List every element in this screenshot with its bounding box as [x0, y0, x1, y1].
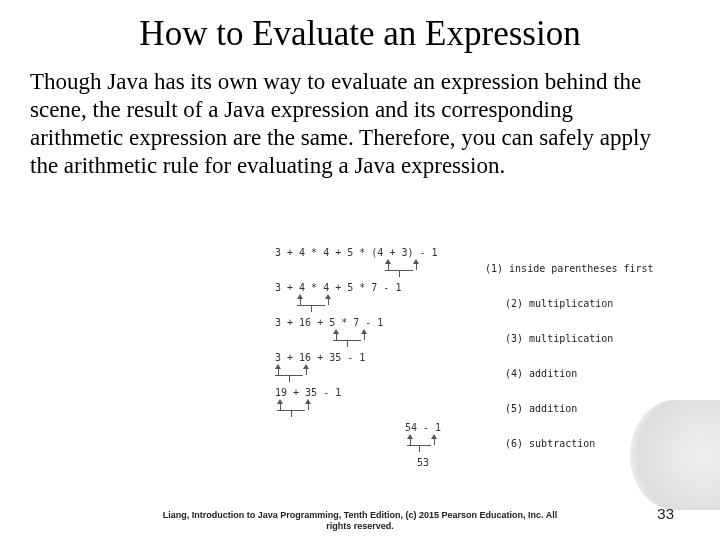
annot-5: (5) addition: [505, 404, 577, 414]
annot-6: (6) subtraction: [505, 439, 595, 449]
result-value: 53: [417, 458, 429, 468]
expr-5: 19 + 35 - 1: [275, 388, 341, 398]
footer-copyright: Liang, Introduction to Java Programming,…: [0, 510, 720, 532]
slide-body: Though Java has its own way to evaluate …: [30, 68, 690, 180]
annot-1: (1) inside parentheses first: [485, 264, 654, 274]
slide-title: How to Evaluate an Expression: [30, 14, 690, 54]
annot-2: (2) multiplication: [505, 299, 613, 309]
annot-4: (4) addition: [505, 369, 577, 379]
expr-3: 3 + 16 + 5 * 7 - 1: [275, 318, 383, 328]
expr-4: 3 + 16 + 35 - 1: [275, 353, 365, 363]
footer-line-1: Liang, Introduction to Java Programming,…: [163, 510, 558, 520]
expr-6: 54 - 1: [405, 423, 441, 433]
expr-2: 3 + 4 * 4 + 5 * 7 - 1: [275, 283, 401, 293]
expr-1: 3 + 4 * 4 + 5 * (4 + 3) - 1: [275, 248, 438, 258]
annot-3: (3) multiplication: [505, 334, 613, 344]
globe-decoration: [630, 400, 720, 510]
page-number: 33: [657, 505, 674, 522]
footer-line-2: rights reserved.: [326, 521, 394, 531]
